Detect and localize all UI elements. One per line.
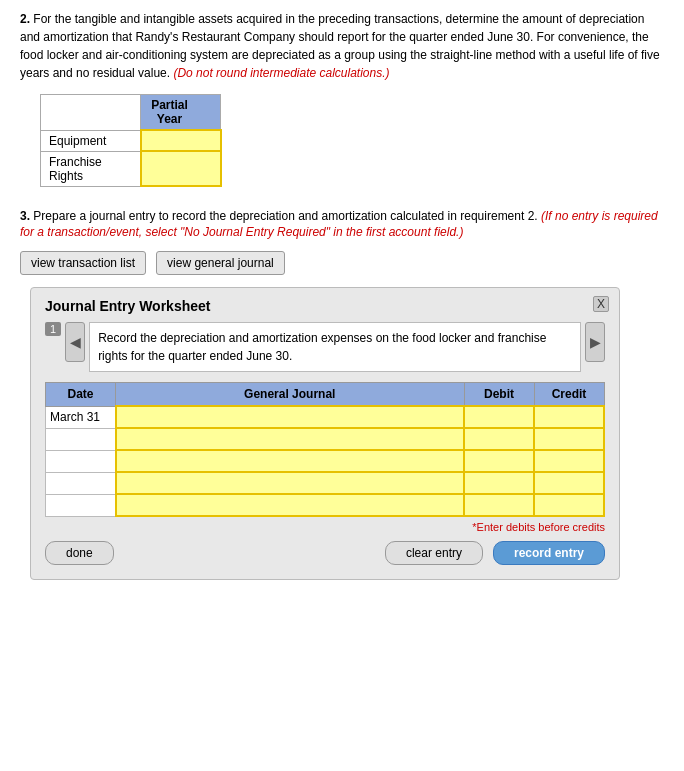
description-text: Record the depreciation and amortization…	[98, 331, 546, 363]
prev-arrow[interactable]: ◀	[65, 322, 85, 362]
date-cell	[46, 472, 116, 494]
franchise-label: Franchise Rights	[41, 151, 141, 186]
debit-input[interactable]	[464, 494, 534, 516]
debit-input[interactable]	[464, 406, 534, 428]
journal-input[interactable]	[116, 406, 465, 428]
date-cell: March 31	[46, 406, 116, 428]
question-2: 2. For the tangible and intangible asset…	[20, 10, 664, 187]
description-box: Record the depreciation and amortization…	[89, 322, 581, 372]
view-transaction-list-button[interactable]: view transaction list	[20, 251, 146, 275]
table-row	[46, 450, 605, 472]
question-3: 3. Prepare a journal entry to record the…	[20, 207, 664, 580]
table-row	[46, 494, 605, 516]
credit-input[interactable]	[534, 494, 604, 516]
worksheet-action-buttons: done clear entry record entry	[45, 541, 605, 565]
q2-number: 2.	[20, 12, 30, 26]
journal-input[interactable]	[116, 494, 465, 516]
debit-credit-hint: *Enter debits before credits	[45, 521, 605, 533]
credit-input[interactable]	[534, 450, 604, 472]
worksheet-title: Journal Entry Worksheet	[45, 298, 605, 314]
close-button[interactable]: X	[593, 296, 609, 312]
journal-input[interactable]	[116, 428, 465, 450]
q3-text: Prepare a journal entry to record the de…	[33, 209, 541, 223]
debit-input[interactable]	[464, 472, 534, 494]
credit-input[interactable]	[534, 472, 604, 494]
date-cell	[46, 428, 116, 450]
credit-input[interactable]	[534, 428, 604, 450]
date-header: Date	[46, 383, 116, 407]
view-general-journal-button[interactable]: view general journal	[156, 251, 285, 275]
equipment-input[interactable]	[141, 130, 221, 151]
q2-warning: (Do not round intermediate calculations.…	[173, 66, 389, 80]
description-nav: 1 ◀ Record the depreciation and amortiza…	[45, 322, 605, 372]
q3-number: 3.	[20, 209, 30, 223]
debit-input[interactable]	[464, 428, 534, 450]
table-row	[46, 428, 605, 450]
credit-header: Credit	[534, 383, 604, 407]
equipment-label: Equipment	[41, 130, 141, 151]
debit-input[interactable]	[464, 450, 534, 472]
record-entry-button[interactable]: record entry	[493, 541, 605, 565]
partial-year-table: Partial Year Equipment Franchise Rights	[40, 94, 222, 187]
debit-header: Debit	[464, 383, 534, 407]
journal-input[interactable]	[116, 450, 465, 472]
journal-input[interactable]	[116, 472, 465, 494]
toolbar-buttons: view transaction list view general journ…	[20, 251, 664, 275]
entry-number-badge: 1	[45, 322, 61, 336]
date-cell	[46, 494, 116, 516]
table-row: Franchise Rights	[41, 151, 221, 186]
table-row: March 31	[46, 406, 605, 428]
date-cell	[46, 450, 116, 472]
table-row	[46, 472, 605, 494]
franchise-input[interactable]	[141, 151, 221, 186]
table-row: Equipment	[41, 130, 221, 151]
journal-entry-worksheet: X Journal Entry Worksheet 1 ◀ Record the…	[30, 287, 620, 580]
general-journal-header: General Journal	[116, 383, 465, 407]
credit-input[interactable]	[534, 406, 604, 428]
done-button[interactable]: done	[45, 541, 114, 565]
right-buttons: clear entry record entry	[385, 541, 605, 565]
journal-table: Date General Journal Debit Credit March …	[45, 382, 605, 517]
clear-entry-button[interactable]: clear entry	[385, 541, 483, 565]
partial-year-header: Partial Year	[141, 95, 221, 131]
next-arrow[interactable]: ▶	[585, 322, 605, 362]
